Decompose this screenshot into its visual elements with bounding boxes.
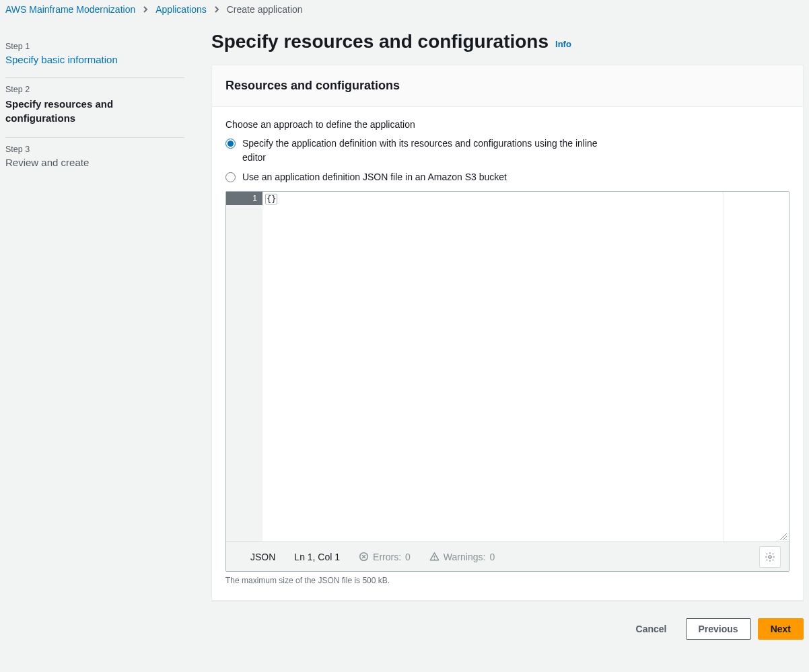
- editor-minimap[interactable]: [723, 192, 789, 542]
- line-number: 1: [226, 192, 262, 205]
- radio-label-s3[interactable]: Use an application definition JSON file …: [242, 170, 507, 184]
- panel-header: Resources and configurations: [212, 65, 803, 107]
- radio-input-s3[interactable]: [225, 172, 236, 182]
- editor-area[interactable]: 1 {}: [226, 192, 789, 542]
- editor-gutter: 1: [226, 192, 262, 542]
- editor-hint: The maximum size of the JSON file is 500…: [225, 576, 789, 585]
- wizard-step-3: Step 3 Review and create: [5, 138, 184, 180]
- main-content: Specify resources and configurations Inf…: [201, 22, 804, 648]
- radio-label-inline[interactable]: Specify the application definition with …: [242, 137, 619, 165]
- radio-input-inline[interactable]: [225, 139, 236, 149]
- warning-icon: [429, 552, 439, 562]
- editor-status-bar: JSON Ln 1, Col 1 Errors: 0: [226, 542, 789, 571]
- gear-icon: [765, 552, 775, 562]
- wizard-step-1: Step 1 Specify basic information: [5, 35, 184, 78]
- error-icon: [359, 552, 369, 562]
- resources-panel: Resources and configurations Choose an a…: [211, 65, 804, 601]
- editor-content: {}: [265, 194, 277, 204]
- next-button[interactable]: Next: [758, 618, 804, 640]
- editor-settings-button[interactable]: [759, 546, 781, 568]
- breadcrumb-item-applications[interactable]: Applications: [155, 4, 207, 15]
- status-errors: Errors: 0: [359, 552, 411, 562]
- approach-label: Choose an approach to define the applica…: [225, 119, 789, 130]
- chevron-right-icon: [213, 6, 220, 13]
- svg-point-3: [769, 556, 771, 558]
- radio-option-s3[interactable]: Use an application definition JSON file …: [225, 170, 789, 184]
- wizard-step-future: Review and create: [5, 157, 184, 168]
- status-warnings: Warnings: 0: [429, 552, 495, 562]
- cancel-button[interactable]: Cancel: [624, 618, 679, 640]
- editor-textarea[interactable]: {}: [262, 192, 723, 542]
- page-title: Specify resources and configurations: [211, 31, 549, 52]
- wizard-step-label: Step 2: [5, 85, 184, 94]
- wizard-step-2: Step 2 Specify resources and configurati…: [5, 78, 184, 138]
- info-link[interactable]: Info: [555, 39, 571, 49]
- page-header: Specify resources and configurations Inf…: [211, 31, 804, 52]
- chevron-right-icon: [142, 6, 149, 13]
- wizard-nav: Step 1 Specify basic information Step 2 …: [5, 22, 201, 648]
- status-language: JSON: [250, 552, 275, 562]
- code-editor: 1 {} JSON Ln 1, Col 1: [225, 191, 789, 585]
- radio-option-inline[interactable]: Specify the application definition with …: [225, 137, 789, 165]
- wizard-footer: Cancel Previous Next: [211, 615, 804, 648]
- previous-button[interactable]: Previous: [686, 618, 751, 640]
- wizard-step-current: Specify resources and configurations: [5, 97, 184, 125]
- breadcrumb-item-root[interactable]: AWS Mainframe Modernization: [5, 4, 135, 15]
- wizard-step-link[interactable]: Specify basic information: [5, 54, 118, 65]
- status-cursor-position: Ln 1, Col 1: [294, 552, 340, 562]
- wizard-step-label: Step 3: [5, 145, 184, 154]
- panel-title: Resources and configurations: [225, 79, 789, 93]
- svg-point-2: [434, 558, 435, 560]
- breadcrumb-item-current: Create application: [227, 4, 303, 15]
- breadcrumb: AWS Mainframe Modernization Applications…: [0, 0, 809, 22]
- wizard-step-label: Step 1: [5, 42, 184, 51]
